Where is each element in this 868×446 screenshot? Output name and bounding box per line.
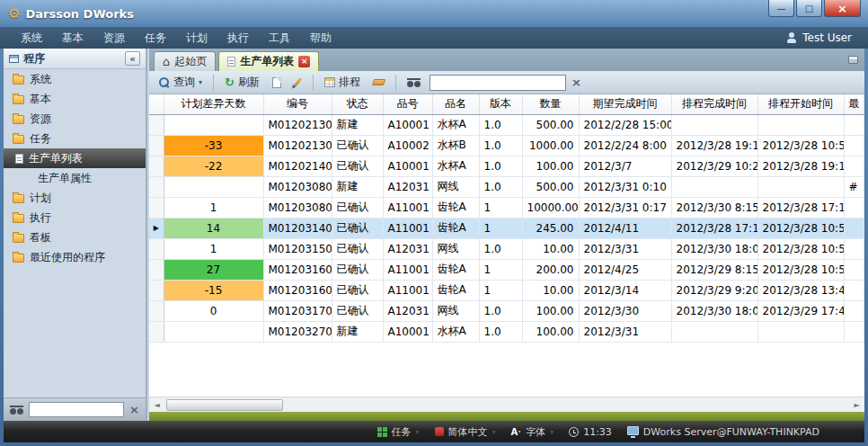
toolbar-separator: [213, 75, 214, 91]
column-header-9[interactable]: 排程开始时间: [757, 94, 844, 114]
toolbar-search-input[interactable]: [430, 75, 566, 91]
menu-execute[interactable]: 执行: [217, 28, 259, 49]
status-language-menu[interactable]: 简体中文 ▾: [435, 425, 496, 439]
refresh-button[interactable]: ↻ 刷新: [221, 73, 263, 92]
sidebar-item-1[interactable]: 基本: [4, 89, 146, 109]
menu-help[interactable]: 帮助: [300, 28, 341, 49]
row-selector[interactable]: [149, 135, 164, 156]
sidebar-search-input[interactable]: [29, 402, 124, 417]
column-header-3[interactable]: 品号: [383, 94, 432, 114]
tab-home-label: 起始页: [174, 54, 207, 69]
scrollbar-thumb[interactable]: [166, 399, 283, 411]
close-button[interactable]: ×: [824, 0, 861, 17]
cell-start: 2012/3/29 17:46: [757, 300, 844, 321]
sidebar-item-6[interactable]: 计划: [4, 188, 146, 208]
column-header-0[interactable]: 计划差异天数: [164, 94, 263, 114]
tab-home[interactable]: ⌂ 起始页: [154, 51, 216, 71]
horizontal-scrollbar[interactable]: ◄ ►: [149, 397, 864, 412]
cell-start: 2012/3/28 17:13: [757, 197, 844, 218]
row-selector[interactable]: [149, 197, 164, 218]
sidebar-item-9[interactable]: 最近使用的程序: [4, 247, 146, 267]
row-selector[interactable]: [149, 300, 164, 321]
menu-tools[interactable]: 工具: [259, 28, 300, 49]
cell-start: 2012/3/28 13:40: [757, 280, 844, 300]
row-selector[interactable]: [149, 238, 164, 259]
user-indicator[interactable]: Test User: [786, 31, 857, 44]
status-task-menu[interactable]: 任务 ▾: [377, 425, 420, 439]
column-header-10[interactable]: 最: [844, 94, 864, 114]
toolbar-search-clear-icon[interactable]: ×: [571, 76, 581, 88]
row-selector[interactable]: [149, 280, 164, 300]
find-button[interactable]: [403, 76, 424, 89]
window-title: Darsson DWorks: [25, 7, 134, 21]
minimize-button[interactable]: —: [768, 0, 794, 17]
column-header-4[interactable]: 品名: [432, 94, 479, 114]
production-order-table: 计划差异天数编号状态品号品名版本数量期望完成时间排程完成时间排程开始时间最 M0…: [149, 94, 864, 343]
row-selector[interactable]: ▶: [149, 218, 164, 238]
cell-num: M012021302: [263, 135, 332, 156]
cell-item: A10002: [383, 135, 432, 156]
cell-ver: 1: [479, 280, 522, 300]
cell-end: 2012/3/29 9:20: [671, 280, 757, 300]
table-row[interactable]: M012032701新建A10001水杯A1.0100.002012/3/31: [149, 321, 864, 342]
cell-marker: [844, 238, 864, 259]
table-row[interactable]: 1M012031501已确认A12031网线1.010.002012/3/312…: [149, 238, 864, 259]
schedule-button[interactable]: 排程: [321, 73, 364, 92]
tab-close-icon[interactable]: ×: [298, 56, 310, 67]
table-row[interactable]: -15M012031602已确认A11001齿轮A110.002012/3/14…: [149, 280, 864, 300]
panel-pin-icon[interactable]: [848, 56, 858, 64]
new-button[interactable]: [269, 76, 285, 90]
column-header-2[interactable]: 状态: [332, 94, 383, 114]
cell-end: 2012/3/29 8:15: [671, 259, 757, 280]
sidebar-collapse-button[interactable]: «: [125, 51, 140, 66]
sidebar-item-3[interactable]: 任务: [4, 129, 146, 148]
table-row[interactable]: ▶14M012031402已确认A11001齿轮A1245.002012/4/1…: [149, 218, 864, 238]
table-row[interactable]: -33M012021302已确认A10002水杯B1.01000.002012/…: [149, 135, 864, 156]
row-selector[interactable]: [149, 156, 164, 176]
sidebar-item-7[interactable]: 执行: [4, 208, 146, 227]
cell-ver: 1: [479, 197, 522, 218]
column-header-7[interactable]: 期望完成时间: [579, 94, 671, 114]
table-row[interactable]: 27M012031601已确认A11001齿轮A1200.002012/4/25…: [149, 259, 864, 280]
menu-plan[interactable]: 计划: [176, 28, 217, 49]
table-row[interactable]: 0M012031701已确认A12031网线1.0100.002012/3/30…: [149, 300, 864, 321]
scroll-right-icon[interactable]: ►: [849, 397, 864, 412]
cell-ver: 1: [479, 259, 522, 280]
table-row[interactable]: -22M012021401已确认A10001水杯A1.0100.002012/3…: [149, 156, 864, 176]
cell-marker: [844, 321, 864, 342]
cell-marker: [844, 300, 864, 321]
cell-item: A11001: [383, 280, 432, 300]
erase-button[interactable]: [369, 77, 388, 87]
row-selector[interactable]: [149, 176, 164, 197]
table-row[interactable]: M012030801新建A12031网线1.0500.002012/3/31 0…: [149, 176, 864, 197]
row-selector[interactable]: [149, 259, 164, 280]
table-row[interactable]: 1M012030802已确认A11001齿轮A110000.002012/3/3…: [149, 197, 864, 218]
font-icon: A: [511, 427, 522, 437]
column-header-8[interactable]: 排程完成时间: [671, 94, 757, 114]
scroll-left-icon[interactable]: ◄: [149, 397, 164, 412]
binoculars-icon: [10, 406, 23, 415]
sidebar-search-clear-icon[interactable]: ×: [129, 404, 139, 415]
sidebar-item-4[interactable]: 生产单列表: [4, 148, 146, 168]
menu-task[interactable]: 任务: [135, 28, 176, 49]
cell-name: 齿轮A: [432, 259, 479, 280]
menu-system[interactable]: 系统: [11, 28, 52, 49]
sidebar-item-2[interactable]: 资源: [4, 109, 146, 129]
query-button[interactable]: 查询 ▾: [155, 73, 206, 92]
table-row[interactable]: M012021301新建A10001水杯A1.0500.002012/2/28 …: [149, 114, 864, 135]
menu-basic[interactable]: 基本: [52, 28, 93, 49]
sidebar-item-5[interactable]: 生产单属性: [4, 168, 146, 188]
edit-button[interactable]: [290, 76, 306, 89]
row-selector[interactable]: [149, 114, 164, 135]
maximize-button[interactable]: □: [796, 0, 822, 17]
cell-name: 齿轮A: [432, 197, 479, 218]
column-header-6[interactable]: 数量: [522, 94, 579, 114]
row-selector[interactable]: [149, 321, 164, 342]
menu-resource[interactable]: 资源: [93, 28, 135, 49]
column-header-5[interactable]: 版本: [479, 94, 522, 114]
tab-production-order-list[interactable]: 生产单列表 ×: [218, 51, 319, 71]
column-header-1[interactable]: 编号: [263, 94, 332, 114]
sidebar-item-0[interactable]: 系统: [4, 69, 146, 89]
sidebar-item-8[interactable]: 看板: [4, 227, 146, 247]
status-font-menu[interactable]: A 字体 ▾: [511, 425, 554, 439]
